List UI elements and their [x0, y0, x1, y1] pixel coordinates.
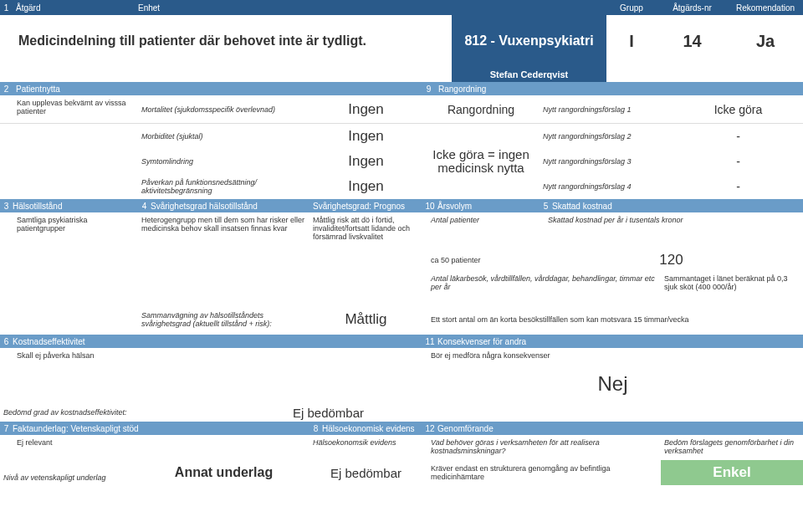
- sec11-desc: Bör ej medföra några konsekvenser: [422, 348, 803, 365]
- icke-gora-text: Icke göra = ingen medicinsk nytta: [422, 149, 540, 174]
- sec4-num: 4: [138, 202, 151, 211]
- prognos-label: Svårighetsgrad: Prognos: [309, 202, 422, 211]
- sammanlagt-text: Sammantaget i länet beräknat på 0,3 sjuk…: [661, 271, 803, 304]
- rangordning-title: Rangordning: [422, 95, 540, 123]
- patientnytta-row3: Symtomlindring Ingen Icke göra = ingen m…: [0, 149, 803, 174]
- sec12-a1: Kräver endast en strukturera genomgång a…: [422, 460, 661, 485]
- skattad-kostnad-label: Skattad kostnad per år i tusentals krono…: [540, 212, 803, 249]
- rang3-label: Nytt rangordningsförslag 3: [540, 149, 673, 174]
- sec9-num: 9: [422, 84, 435, 94]
- rang3-value: -: [673, 149, 803, 174]
- rang1-value: Icke göra: [673, 95, 803, 123]
- section6-row: Skall ej påverka hälsan Bör ej medföra n…: [0, 348, 803, 365]
- stort-antal-text: Ett stort antal om än korta besökstillfä…: [422, 304, 803, 335]
- morbiditet-value: Ingen: [309, 124, 422, 149]
- column-header-row: 1 Åtgärd Enhet Grupp Åtgärds-nr Rekomend…: [0, 0, 803, 15]
- sec5-label: Skattad kostnad: [552, 202, 612, 211]
- sec7-num: 7: [0, 424, 13, 433]
- header-num: 1: [0, 3, 13, 13]
- sec6-num: 6: [0, 337, 13, 346]
- sammanvagning-label: Sammanvägning av hälsotillståndets svåri…: [138, 304, 309, 335]
- niva-value: Annat underlag: [138, 460, 309, 485]
- patientnytta-row2: Morbiditet (sjuktal) Ingen Nytt rangordn…: [0, 124, 803, 149]
- mortalitet-value: Ingen: [309, 95, 422, 123]
- unit-code: 812 - Vuxenpsykiatri: [452, 15, 606, 67]
- sec4-desc: Heterogengrupp men till dem som har risk…: [138, 212, 309, 249]
- sec2-label: Patientnytta: [13, 84, 60, 94]
- antal-patienter-label: Antal patienter: [422, 212, 540, 249]
- sec12-q2: Bedöm förslagets genomförbarhet i din ve…: [661, 435, 803, 460]
- sammanvagning-value: Måttlig: [309, 304, 422, 335]
- recommendation-value: Ja: [728, 15, 803, 67]
- group-value: I: [606, 15, 657, 67]
- sec10-label: Årsvolym: [437, 202, 472, 211]
- bedomd-grad-label: Bedömd grad av kostnadseffektivitet:: [0, 403, 234, 422]
- symtom-value: Ingen: [309, 149, 422, 174]
- section3-row-b: ca 50 patienter 120: [0, 249, 803, 271]
- niva-label: Nivå av vetenskapligt underlag: [0, 460, 138, 485]
- sec12-q1: Vad behöver göras i verksamheten för att…: [422, 435, 661, 460]
- action-title: Medicindelning till patienter där behove…: [0, 15, 452, 67]
- rang4-value: -: [673, 174, 803, 199]
- antal-patienter-value: ca 50 patienter: [422, 249, 540, 271]
- section-3-4-10-5-header: 3Hälsotillstånd 4Svårighetsgrad hälsotil…: [0, 199, 803, 212]
- sec12-num: 12: [422, 424, 437, 433]
- sec12-label: Genomförande: [437, 424, 494, 433]
- header-grupp: Grupp: [606, 3, 657, 13]
- sec8-label: Hälsoekonomisk evidens: [322, 424, 415, 433]
- header-atgard: Åtgärd: [13, 3, 138, 13]
- sec11-num: 11: [422, 337, 437, 346]
- header-rekomendation: Rekomendation: [728, 3, 803, 13]
- sec8-desc: Hälsoekonomsik evidens: [309, 435, 422, 460]
- mortalitet-label: Mortalitet (sjukdomsspecifik överlevnad): [138, 95, 309, 123]
- section-7-8-12-header: 7Faktaunderlag: Vetenskapligt stöd 8Häls…: [0, 422, 803, 435]
- genomforande-value: Enkel: [661, 460, 803, 485]
- prognos-desc: Måttlig risk att dö i förtid, invalidite…: [309, 212, 422, 249]
- lakarbesok-label: Antal läkarbesök, vårdtillfällen, vårdda…: [422, 271, 661, 304]
- rang2-label: Nytt rangordningsförslag 2: [540, 124, 673, 149]
- patientnytta-row1: Kan upplevas bekvämt av visssa patienter…: [0, 95, 803, 124]
- sec8-num: 8: [309, 424, 322, 433]
- sec7-desc: Ej relevant: [0, 435, 309, 460]
- skattad-kostnad-value: 120: [540, 249, 803, 271]
- author-name: Stefan Cederqvist: [452, 67, 606, 82]
- sec6-label: Kostnadseffektivitet: [13, 337, 85, 346]
- symtom-label: Symtomlindring: [138, 149, 309, 174]
- rang4-label: Nytt rangordningsförslag 4: [540, 174, 673, 199]
- bedomd-grad-value: Ej bedömbar: [234, 403, 422, 422]
- patientnytta-row4: Påverkan på funktionsnedsättning/ aktivi…: [0, 174, 803, 199]
- nej-value: Nej: [422, 365, 803, 403]
- section7-row-b: Nivå av vetenskapligt underlag Annat und…: [0, 460, 803, 485]
- action-number: 14: [657, 15, 728, 67]
- sec11-label: Konsekvenser för andra: [437, 337, 526, 346]
- sec2-num: 2: [0, 84, 13, 94]
- sec4-label: Svårighetsgrad hälsotillstånd: [151, 202, 258, 211]
- section-6-11-header: 6Kostnadseffektivitet 11Konsekvenser för…: [0, 335, 803, 348]
- sec3-num: 3: [0, 202, 13, 211]
- sec3-desc: Samtliga psykiatriska patientgrupper: [0, 212, 138, 249]
- sec3-label: Hälsotillstånd: [13, 202, 62, 211]
- section3-row: Samtliga psykiatriska patientgrupper Het…: [0, 212, 803, 249]
- sec9-label: Rangordning: [435, 84, 486, 94]
- section3-row-c: Antal läkarbesök, vårdtillfällen, vårdda…: [0, 271, 803, 304]
- sec2-desc: Kan upplevas bekvämt av visssa patienter: [0, 95, 138, 123]
- author-row: Stefan Cederqvist: [0, 67, 803, 82]
- header-atgardsnr: Åtgärds-nr: [657, 3, 728, 13]
- rang1-label: Nytt rangordningsförslag 1: [540, 95, 673, 123]
- section6-row-c: Bedömd grad av kostnadseffektivitet: Ej …: [0, 403, 803, 422]
- section6-row-b: Nej: [0, 365, 803, 403]
- section-2-9-header: 2 Patientnytta 9 Rangordning: [0, 82, 803, 95]
- rang2-value: -: [673, 124, 803, 149]
- sec6-desc: Skall ej påverka hälsan: [0, 348, 422, 365]
- section7-row: Ej relevant Hälsoekonomsik evidens Vad b…: [0, 435, 803, 460]
- sec10-num: 10: [422, 202, 437, 211]
- title-row: Medicindelning till patienter där behove…: [0, 15, 803, 67]
- paverkan-value: Ingen: [309, 174, 422, 199]
- sec5-num: 5: [540, 202, 552, 211]
- section3-row-d: Sammanvägning av hälsotillståndets svåri…: [0, 304, 803, 335]
- header-enhet: Enhet: [138, 3, 606, 13]
- morbiditet-label: Morbiditet (sjuktal): [138, 124, 309, 149]
- sec7-label: Faktaunderlag: Vetenskapligt stöd: [13, 424, 139, 433]
- paverkan-label: Påverkan på funktionsnedsättning/ aktivi…: [138, 174, 309, 199]
- halsoekonomisk-value: Ej bedömbar: [309, 460, 422, 485]
